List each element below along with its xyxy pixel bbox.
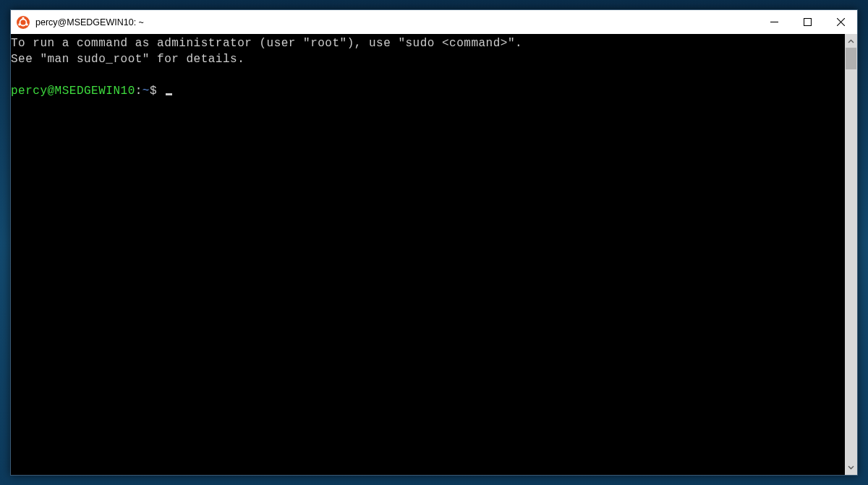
vertical-scrollbar[interactable] — [845, 34, 857, 475]
window-controls — [757, 10, 857, 34]
chevron-down-icon — [848, 464, 854, 471]
terminal-body-wrap: To run a command as administrator (user … — [11, 34, 857, 475]
prompt-path: ~ — [142, 85, 150, 98]
motd-line-2: See "man sudo_root" for details. — [11, 53, 244, 66]
cursor-icon — [166, 93, 172, 95]
title-bar[interactable]: percy@MSEDGEWIN10: ~ — [11, 10, 857, 34]
scroll-up-button[interactable] — [845, 35, 857, 48]
svg-point-2 — [22, 17, 24, 19]
svg-point-3 — [26, 23, 28, 25]
chevron-up-icon — [848, 38, 854, 45]
prompt-user-host: percy@MSEDGEWIN10 — [11, 85, 135, 98]
maximize-icon — [804, 18, 812, 26]
motd-line-1: To run a command as administrator (user … — [11, 37, 522, 50]
close-button[interactable] — [824, 10, 857, 34]
window-title: percy@MSEDGEWIN10: ~ — [35, 17, 144, 27]
scroll-thumb[interactable] — [846, 48, 856, 69]
svg-point-4 — [18, 23, 20, 25]
terminal-viewport[interactable]: To run a command as administrator (user … — [11, 34, 845, 475]
prompt-symbol: $ — [150, 85, 157, 98]
prompt-colon: : — [135, 85, 142, 98]
minimize-button[interactable] — [757, 10, 791, 34]
minimize-icon — [770, 18, 778, 26]
scroll-track[interactable] — [845, 48, 857, 461]
ubuntu-icon — [17, 16, 30, 29]
svg-rect-6 — [804, 19, 811, 26]
terminal-window: percy@MSEDGEWIN10: ~ To run a command as… — [10, 9, 858, 476]
scroll-down-button[interactable] — [845, 461, 857, 473]
close-icon — [837, 18, 845, 26]
maximize-button[interactable] — [791, 10, 824, 34]
